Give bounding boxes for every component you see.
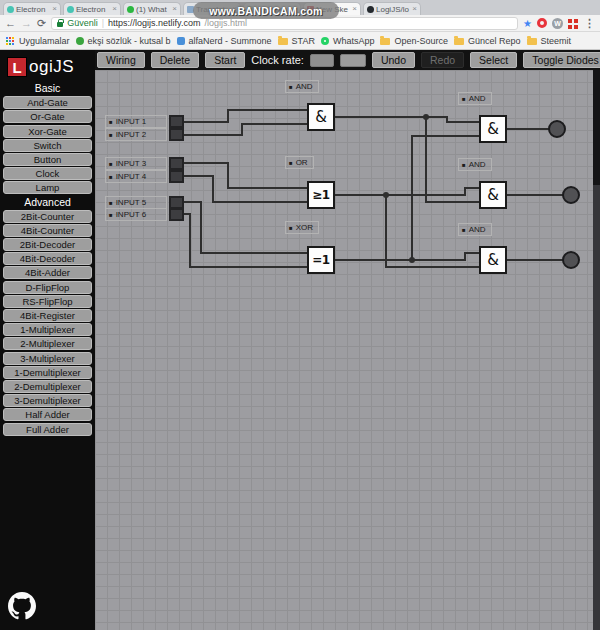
gate-label-or[interactable]: ■OR bbox=[285, 156, 314, 169]
sidebar-item-4bit-decoder[interactable]: 4Bit-Decoder bbox=[3, 252, 92, 265]
redo-button[interactable]: Redo bbox=[421, 52, 464, 68]
wire[interactable] bbox=[184, 124, 307, 135]
sidebar-item-d-flipflop[interactable]: D-FlipFlop bbox=[3, 281, 92, 294]
tab-close-icon[interactable]: × bbox=[172, 5, 177, 13]
junction-dot bbox=[409, 257, 415, 263]
bookmark-guncel-repo[interactable]: Güncel Repo bbox=[454, 36, 521, 46]
sidebar-item-or-gate[interactable]: Or-Gate bbox=[3, 110, 92, 123]
tab-whatsapp[interactable]: (1) What× bbox=[123, 2, 181, 15]
toggle-diodes-button[interactable]: Toggle Diodes bbox=[523, 52, 600, 68]
bookmark-star-icon[interactable]: ★ bbox=[523, 18, 532, 29]
circuit-canvas[interactable]: ■INPUT 1 ■INPUT 2 ■INPUT 3 ■INPUT 4 ■INP… bbox=[95, 70, 593, 630]
input-label-4[interactable]: ■INPUT 4 bbox=[105, 170, 167, 183]
clock-rate-input-1[interactable] bbox=[310, 54, 334, 67]
clock-rate-input-2[interactable] bbox=[340, 54, 366, 67]
url-separator: | bbox=[102, 18, 104, 28]
and-gate-right-1[interactable]: & bbox=[479, 115, 507, 143]
scrollbar-thumb[interactable] bbox=[593, 70, 600, 185]
wire[interactable] bbox=[335, 188, 479, 195]
tab-electron-2[interactable]: Electron× bbox=[63, 2, 121, 15]
sidebar-item-xor-gate[interactable]: Xor-Gate bbox=[3, 125, 92, 138]
select-button[interactable]: Select bbox=[470, 52, 517, 68]
wire[interactable] bbox=[184, 110, 307, 122]
switch-input-2[interactable] bbox=[169, 128, 184, 141]
sidebar-item-2bit-counter[interactable]: 2Bit-Counter bbox=[3, 210, 92, 223]
sidebar-item-2bit-decoder[interactable]: 2Bit-Decoder bbox=[3, 238, 92, 251]
bookmark-star-folder[interactable]: STAR bbox=[278, 36, 315, 46]
switch-input-1[interactable] bbox=[169, 115, 184, 128]
github-octocat-logo[interactable] bbox=[8, 592, 36, 620]
wire[interactable] bbox=[335, 253, 479, 260]
wire[interactable] bbox=[412, 136, 479, 260]
tab-electron-1[interactable]: Electron× bbox=[3, 2, 61, 15]
lamp-output-1[interactable] bbox=[549, 121, 565, 137]
grid-extension-icon[interactable] bbox=[568, 19, 572, 23]
input-label-2[interactable]: ■INPUT 2 bbox=[105, 128, 167, 141]
sidebar-item-full-adder[interactable]: Full Adder bbox=[3, 423, 92, 436]
watermark-text: www.BANDICAM.com bbox=[209, 5, 323, 17]
and-gate[interactable]: & bbox=[307, 103, 335, 131]
sidebar-item-4bit-register[interactable]: 4Bit-Register bbox=[3, 309, 92, 322]
sidebar-item-2-multiplexer[interactable]: 2-Multiplexer bbox=[3, 337, 92, 350]
bookmark-apps[interactable]: Uygulamalar bbox=[6, 36, 70, 46]
undo-button[interactable]: Undo bbox=[372, 52, 415, 68]
opera-extension-icon[interactable] bbox=[537, 18, 547, 28]
sidebar-item-lamp[interactable]: Lamp bbox=[3, 181, 92, 194]
bookmark-alfanerd[interactable]: alfaNerd - Summone bbox=[177, 36, 272, 46]
xor-gate[interactable]: =1 bbox=[307, 246, 335, 274]
bookmark-open-source[interactable]: Open-Source bbox=[380, 36, 448, 46]
wiring-button[interactable]: Wiring bbox=[97, 52, 145, 68]
delete-button[interactable]: Delete bbox=[151, 52, 199, 68]
lamp-output-2[interactable] bbox=[563, 187, 579, 203]
whatsapp-icon bbox=[127, 6, 134, 13]
sidebar-item-clock[interactable]: Clock bbox=[3, 167, 92, 180]
tab-close-icon[interactable]: × bbox=[52, 5, 57, 13]
input-label-6[interactable]: ■INPUT 6 bbox=[105, 208, 167, 221]
browser-menu-icon[interactable]: ⋮ bbox=[584, 17, 595, 30]
or-gate[interactable]: ≥1 bbox=[307, 181, 335, 209]
forward-button[interactable]: → bbox=[21, 18, 32, 29]
switch-input-3[interactable] bbox=[169, 157, 184, 170]
and-gate-right-3[interactable]: & bbox=[479, 246, 507, 274]
sidebar-item-1-multiplexer[interactable]: 1-Multiplexer bbox=[3, 323, 92, 336]
gate-label-and-right-1[interactable]: ■AND bbox=[458, 92, 492, 105]
sidebar-item-2-demultiplexer[interactable]: 2-Demultiplexer bbox=[3, 380, 92, 393]
wire[interactable] bbox=[335, 117, 479, 122]
bookmark-steemit[interactable]: Steemit bbox=[527, 36, 572, 46]
reload-button[interactable]: ⟳ bbox=[37, 18, 46, 29]
sidebar-item-3-multiplexer[interactable]: 3-Multiplexer bbox=[3, 352, 92, 365]
secure-lock-icon bbox=[57, 22, 63, 27]
sidebar-item-and-gate[interactable]: And-Gate bbox=[3, 96, 92, 109]
bookmark-whatsapp[interactable]: WhatsApp bbox=[321, 36, 375, 46]
lamp-output-3[interactable] bbox=[563, 252, 579, 268]
sidebar-item-1-demultiplexer[interactable]: 1-Demultiplexer bbox=[3, 366, 92, 379]
sidebar-item-rs-flipflop[interactable]: RS-FlipFlop bbox=[3, 295, 92, 308]
input-label-text: INPUT 5 bbox=[116, 198, 147, 207]
sidebar-item-switch[interactable]: Switch bbox=[3, 139, 92, 152]
tab-close-icon[interactable]: × bbox=[412, 5, 417, 13]
start-button[interactable]: Start bbox=[205, 52, 245, 68]
sidebar-item-4bit-adder[interactable]: 4Bit-Adder bbox=[3, 266, 92, 279]
sidebar-item-4bit-counter[interactable]: 4Bit-Counter bbox=[3, 224, 92, 237]
sidebar-item-half-adder[interactable]: Half Adder bbox=[3, 408, 92, 421]
bookmark-eksi[interactable]: ekşi sözlük - kutsal b bbox=[76, 36, 171, 46]
w-extension-icon[interactable]: W bbox=[552, 18, 563, 29]
switch-input-6[interactable] bbox=[169, 208, 184, 221]
gate-label-and-right-2[interactable]: ■AND bbox=[458, 158, 492, 171]
bookmark-label: Uygulamalar bbox=[19, 36, 70, 46]
tab-github-logijs[interactable]: LogiJS/lo× bbox=[363, 2, 421, 15]
input-label-1[interactable]: ■INPUT 1 bbox=[105, 115, 167, 128]
vertical-scrollbar[interactable] bbox=[593, 70, 600, 630]
and-gate-right-2[interactable]: & bbox=[479, 181, 507, 209]
tab-close-icon[interactable]: × bbox=[112, 5, 117, 13]
tab-close-icon[interactable]: × bbox=[352, 5, 357, 13]
gate-label-and[interactable]: ■AND bbox=[285, 80, 319, 93]
back-button[interactable]: ← bbox=[5, 18, 16, 29]
gate-label-xor[interactable]: ■XOR bbox=[285, 221, 319, 234]
sidebar-item-button[interactable]: Button bbox=[3, 153, 92, 166]
switch-input-4[interactable] bbox=[169, 170, 184, 183]
input-label-3[interactable]: ■INPUT 3 bbox=[105, 157, 167, 170]
gate-label-and-right-3[interactable]: ■AND bbox=[458, 223, 492, 236]
sidebar-item-3-demultiplexer[interactable]: 3-Demultiplexer bbox=[3, 394, 92, 407]
bookmark-label: WhatsApp bbox=[333, 36, 375, 46]
